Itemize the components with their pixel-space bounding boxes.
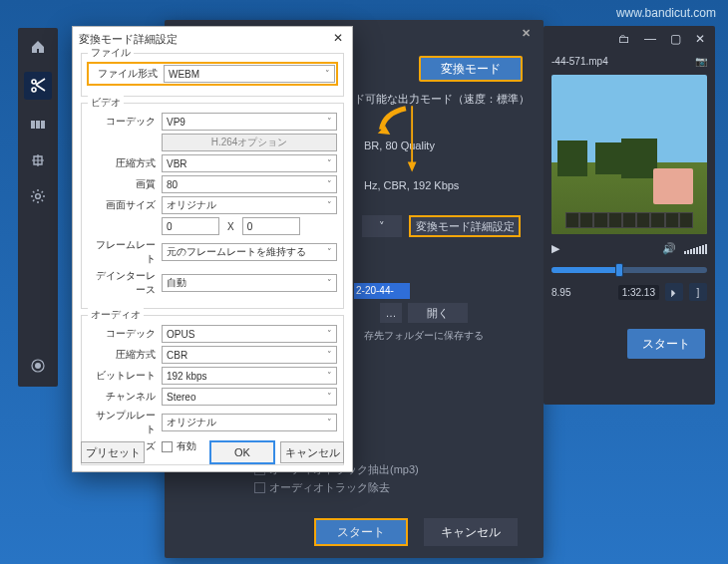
camera-icon[interactable]: 📷 xyxy=(695,56,707,67)
audio-compress-value: CBR xyxy=(167,350,187,361)
convert-detail-button[interactable]: 変換モード詳細設定 xyxy=(409,215,521,237)
video-codec-select[interactable]: VP9 xyxy=(162,113,337,131)
preview-filename: -44-571.mp4 xyxy=(551,56,608,67)
video-size-select[interactable]: オリジナル xyxy=(162,196,337,214)
time-start: 8.95 xyxy=(551,287,570,298)
export-window-actions: スタート キャンセル xyxy=(314,518,518,546)
join-icon[interactable] xyxy=(27,149,49,171)
video-size-value: オリジナル xyxy=(167,198,216,212)
audio-sample-label: サンプルレート xyxy=(88,409,162,436)
audio-channel-select[interactable]: Stereo xyxy=(162,388,337,406)
svg-rect-1 xyxy=(36,121,40,129)
ok-button[interactable]: OK xyxy=(210,441,274,463)
video-codec-value: VP9 xyxy=(167,117,185,128)
svg-point-5 xyxy=(35,363,41,369)
preview-start-button[interactable]: スタート xyxy=(627,329,705,359)
video-quality-select[interactable]: 80 xyxy=(162,175,337,193)
step-forward-icon[interactable]: ⏵ xyxy=(665,283,683,301)
mode-dropdown[interactable]: ˅ xyxy=(362,215,402,237)
svg-rect-2 xyxy=(41,121,45,129)
volume-bars[interactable] xyxy=(684,244,707,254)
audio-bitrate-value: 192 kbps xyxy=(167,371,207,382)
size-x-label: X xyxy=(221,221,240,232)
audio-codec-value: OPUS xyxy=(167,329,194,340)
video-compress-select[interactable]: VBR xyxy=(162,154,337,172)
video-group-legend: ビデオ xyxy=(88,96,124,110)
dialog-title: 変換モード詳細設定 xyxy=(79,32,178,47)
preset-button[interactable]: プリセット xyxy=(81,441,145,463)
audio-sample-select[interactable]: オリジナル xyxy=(162,414,337,431)
remove-audio-label: オーディオトラック除去 xyxy=(269,480,390,495)
file-format-value: WEBM xyxy=(169,69,199,80)
video-compress-label: 圧縮方式 xyxy=(88,156,162,170)
seek-bar[interactable] xyxy=(551,267,707,273)
time-end: 1:32.13 xyxy=(618,285,659,300)
cut-icon[interactable] xyxy=(24,72,52,100)
record-icon[interactable] xyxy=(27,355,49,377)
minimize-icon[interactable]: — xyxy=(644,32,656,46)
video-deint-value: 自動 xyxy=(167,276,186,290)
video-quality-label: 画質 xyxy=(88,177,162,191)
video-fps-value: 元のフレームレートを維持する xyxy=(167,245,306,259)
start-button[interactable]: スタート xyxy=(314,518,408,546)
video-codec-label: コーデック xyxy=(88,115,162,129)
video-group: ビデオ コーデックVP9 H.264オプション 圧縮方式VBR 画質80 画面サ… xyxy=(81,103,344,309)
preview-filename-row: -44-571.mp4 📷 xyxy=(544,52,715,71)
dialog-actions: プリセット OK キャンセル xyxy=(81,441,344,463)
file-group-legend: ファイル xyxy=(88,46,134,60)
open-folder-button[interactable]: 開く xyxy=(408,303,468,323)
gear-icon[interactable] xyxy=(27,185,49,207)
close-icon[interactable]: ✕ xyxy=(522,27,536,41)
h264-options-button: H.264オプション xyxy=(162,134,337,151)
audio-codec-select[interactable]: OPUS xyxy=(162,325,337,343)
audio-bitrate-label: ビットレート xyxy=(88,369,162,383)
video-quality-value: 80 xyxy=(167,179,178,190)
audio-summary: Hz, CBR, 192 Kbps xyxy=(364,179,459,191)
close-icon[interactable]: ✕ xyxy=(695,32,705,46)
close-icon[interactable]: ✕ xyxy=(330,31,346,47)
watermark: www.bandicut.com xyxy=(616,6,716,20)
audio-bitrate-select[interactable]: 192 kbps xyxy=(162,367,337,385)
cancel-button[interactable]: キャンセル xyxy=(424,518,518,546)
remove-audio-checkbox[interactable]: オーディオトラック除去 xyxy=(254,480,390,495)
save-to-folder-label: 存先フォルダーに保存する xyxy=(364,329,484,343)
file-format-select[interactable]: WEBM xyxy=(164,65,335,83)
video-fps-select[interactable]: 元のフレームレートを維持する xyxy=(162,243,337,261)
video-deint-select[interactable]: 自動 xyxy=(162,274,337,292)
browse-button[interactable]: … xyxy=(380,303,402,323)
dialog-cancel-button[interactable]: キャンセル xyxy=(280,441,344,463)
video-summary: BR, 80 Quality xyxy=(364,140,435,151)
video-deint-label: デインターレース xyxy=(88,269,162,297)
file-group: ファイル ファイル形式 WEBM xyxy=(81,53,344,97)
preview-toolbar: 🗀 — ▢ ✕ xyxy=(544,26,715,52)
preview-thumbnail[interactable] xyxy=(551,75,707,234)
convert-settings-dialog: 変換モード詳細設定 ✕ ファイル ファイル形式 WEBM ビデオ コーデックVP… xyxy=(72,26,353,472)
convert-mode-button[interactable]: 変換モード xyxy=(419,56,523,82)
audio-channel-value: Stereo xyxy=(167,392,195,403)
maximize-icon[interactable]: ▢ xyxy=(670,32,681,46)
video-compress-value: VBR xyxy=(167,158,187,169)
volume-icon[interactable]: 🔊 xyxy=(662,242,676,255)
audio-codec-label: コーデック xyxy=(88,327,162,341)
svg-point-3 xyxy=(36,194,41,199)
play-icon[interactable]: ▶ xyxy=(551,242,559,255)
preview-controls: ▶ 🔊 xyxy=(551,242,707,255)
video-width-input[interactable]: 0 xyxy=(162,217,219,235)
folder-icon[interactable]: 🗀 xyxy=(618,32,630,46)
preview-panel: 🗀 — ▢ ✕ -44-571.mp4 📷 ▶ 🔊 8.95 1:32.13 ⏵… xyxy=(544,26,715,405)
time-controls: 8.95 1:32.13 ⏵ ] xyxy=(551,283,707,301)
video-size-label: 画面サイズ xyxy=(88,198,162,212)
output-path-fragment: 2-20-44-571 xyxy=(354,283,410,299)
audio-group-legend: オーディオ xyxy=(88,308,144,322)
audio-channel-label: チャンネル xyxy=(88,390,162,404)
sidebar-rail xyxy=(18,28,58,387)
file-format-label: ファイル形式 xyxy=(90,67,164,81)
video-height-input[interactable]: 0 xyxy=(242,217,300,235)
mark-out-icon[interactable]: ] xyxy=(689,283,707,301)
audio-sample-value: オリジナル xyxy=(167,416,216,429)
home-icon[interactable] xyxy=(27,36,49,58)
svg-rect-0 xyxy=(31,121,35,129)
split-icon[interactable] xyxy=(27,114,49,136)
mode-description: ド可能な出力モード（速度：標準） xyxy=(354,92,530,107)
audio-compress-select[interactable]: CBR xyxy=(162,346,337,364)
